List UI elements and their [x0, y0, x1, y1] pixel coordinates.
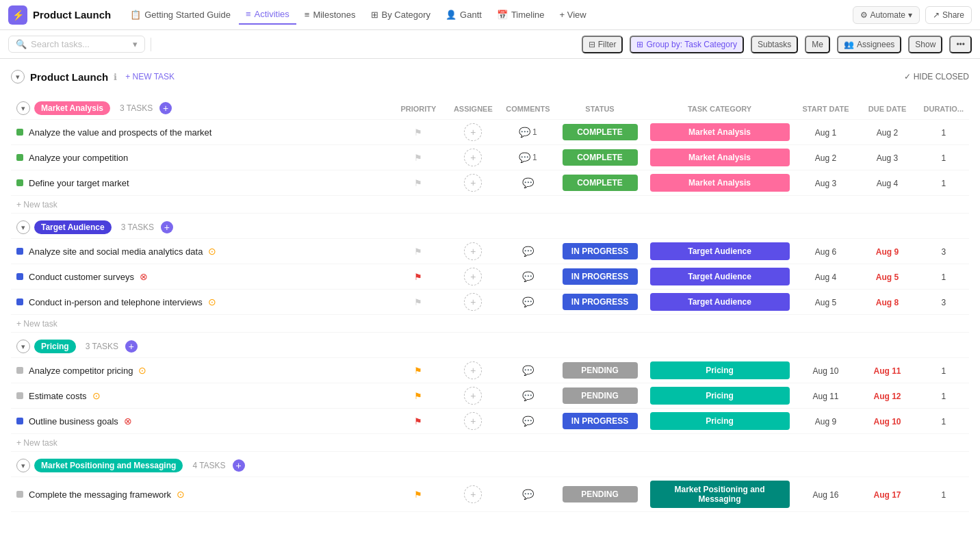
- priority-flag[interactable]: ⚑: [414, 489, 422, 500]
- assignee-avatar[interactable]: +: [464, 361, 482, 379]
- search-box[interactable]: 🔍 Search tasks... ▾: [8, 36, 145, 53]
- warn-badge: ⊙: [208, 296, 216, 307]
- share-button[interactable]: ↗ Share: [925, 6, 972, 24]
- assignee-avatar[interactable]: +: [464, 174, 482, 192]
- group-add-target-audience[interactable]: +: [161, 221, 173, 233]
- tab-activities[interactable]: ≡ Activities: [239, 5, 296, 25]
- assignee-avatar[interactable]: +: [464, 412, 482, 430]
- project-info-icon[interactable]: ℹ: [114, 72, 117, 82]
- category-badge[interactable]: Market Analysis: [650, 174, 790, 192]
- automate-button[interactable]: ⚙ Automate ▾: [853, 6, 920, 24]
- priority-flag[interactable]: ⚑: [414, 391, 422, 401]
- category-badge[interactable]: Market Analysis: [650, 123, 790, 141]
- new-task-button[interactable]: + NEW TASK: [125, 72, 175, 81]
- group-label-market-positioning[interactable]: Market Positioning and Messaging: [34, 459, 183, 472]
- comment-icon[interactable]: 💬: [519, 152, 530, 163]
- status-badge[interactable]: IN PROGRESS: [563, 294, 638, 310]
- group-add-market-analysis[interactable]: +: [159, 102, 172, 114]
- due-date: Aug 9: [876, 247, 899, 257]
- tab-milestones[interactable]: ≡ Milestones: [298, 5, 363, 24]
- duration: 3: [941, 298, 946, 307]
- comment-icon[interactable]: 💬: [522, 390, 534, 401]
- category-badge[interactable]: Pricing: [650, 387, 790, 405]
- group-by-button[interactable]: ⊞ Group by: Task Category: [630, 36, 744, 53]
- comment-icon[interactable]: 💬: [522, 365, 534, 376]
- priority-flag[interactable]: ⚑: [414, 246, 422, 257]
- status-badge[interactable]: PENDING: [563, 387, 638, 404]
- hide-closed-button[interactable]: ✓ HIDE CLOSED: [904, 72, 969, 81]
- tab-add-view[interactable]: + View: [553, 5, 593, 24]
- status-badge[interactable]: IN PROGRESS: [563, 243, 638, 259]
- assignee-avatar[interactable]: +: [464, 485, 482, 503]
- assignees-button[interactable]: 👥 Assignees: [837, 36, 901, 53]
- by-category-icon: ⊞: [371, 10, 378, 20]
- priority-flag[interactable]: ⚑: [414, 153, 422, 163]
- new-task-link-market-analysis[interactable]: + New task: [16, 200, 57, 209]
- category-badge[interactable]: Pricing: [650, 412, 790, 430]
- priority-flag[interactable]: ⚑: [414, 127, 422, 138]
- group-label-target-audience[interactable]: Target Audience: [34, 220, 112, 234]
- assignee-avatar[interactable]: +: [464, 149, 482, 166]
- group-add-market-positioning[interactable]: +: [233, 459, 245, 472]
- due-date: Aug 11: [874, 366, 901, 376]
- priority-flag[interactable]: ⚑: [414, 416, 422, 427]
- comment-icon[interactable]: 💬: [519, 127, 530, 138]
- group-collapse-market-positioning[interactable]: ▾: [16, 459, 30, 472]
- duration: 1: [941, 490, 946, 500]
- tab-timeline[interactable]: 📅 Timeline: [490, 5, 552, 24]
- more-options-button[interactable]: •••: [949, 36, 972, 53]
- tab-gantt[interactable]: 👤 Gantt: [439, 5, 489, 24]
- group-add-pricing[interactable]: +: [125, 340, 138, 353]
- priority-flag[interactable]: ⚑: [414, 178, 422, 188]
- duration: 1: [941, 179, 946, 188]
- status-badge[interactable]: IN PROGRESS: [563, 268, 638, 285]
- start-date: Aug 16: [813, 490, 839, 500]
- status-badge[interactable]: IN PROGRESS: [563, 413, 638, 429]
- category-badge[interactable]: Target Audience: [650, 242, 790, 260]
- comment-icon[interactable]: 💬: [522, 416, 534, 427]
- task-name: Outline business goals ⊗: [16, 416, 385, 427]
- assignee-avatar[interactable]: +: [464, 268, 482, 285]
- comment-icon[interactable]: 💬: [522, 489, 534, 500]
- me-button[interactable]: Me: [805, 36, 830, 53]
- group-label-pricing[interactable]: Pricing: [34, 340, 76, 353]
- filter-button[interactable]: ⊟ Filter: [582, 36, 623, 53]
- start-date: Aug 3: [815, 179, 836, 188]
- tab-by-category[interactable]: ⊞ By Category: [364, 5, 438, 24]
- status-badge[interactable]: PENDING: [563, 362, 638, 379]
- project-collapse-button[interactable]: ▾: [11, 70, 25, 84]
- project-name: Product Launch: [30, 71, 108, 83]
- status-badge[interactable]: COMPLETE: [563, 149, 638, 166]
- group-collapse-market-analysis[interactable]: ▾: [16, 101, 30, 115]
- status-badge[interactable]: COMPLETE: [563, 124, 638, 140]
- priority-flag[interactable]: ⚑: [414, 366, 422, 376]
- search-icon: 🔍: [16, 39, 27, 49]
- group-pricing: ▾ Pricing 3 TASKS +: [11, 333, 969, 452]
- category-badge[interactable]: Pricing: [650, 361, 790, 379]
- new-task-link-target-audience[interactable]: + New task: [16, 319, 57, 329]
- category-badge[interactable]: Market Analysis: [650, 149, 790, 166]
- task-name: Analyze competitor pricing ⊙: [16, 365, 385, 376]
- priority-flag[interactable]: ⚑: [414, 272, 422, 282]
- assignee-avatar[interactable]: +: [464, 387, 482, 405]
- category-badge[interactable]: Market Positioning and Messaging: [650, 481, 790, 508]
- new-task-link-pricing[interactable]: + New task: [16, 438, 57, 448]
- comment-icon[interactable]: 💬: [522, 246, 534, 257]
- assignee-avatar[interactable]: +: [464, 123, 482, 141]
- assignee-avatar[interactable]: +: [464, 293, 482, 311]
- category-badge[interactable]: Target Audience: [650, 268, 790, 285]
- tab-getting-started[interactable]: 📋 Getting Started Guide: [123, 5, 237, 24]
- group-collapse-target-audience[interactable]: ▾: [16, 220, 30, 234]
- status-badge[interactable]: COMPLETE: [563, 175, 638, 191]
- subtasks-button[interactable]: Subtasks: [751, 36, 798, 53]
- show-button[interactable]: Show: [908, 36, 942, 53]
- group-label-market-analysis[interactable]: Market Analysis: [34, 101, 110, 115]
- comment-icon[interactable]: 💬: [522, 271, 534, 282]
- group-collapse-pricing[interactable]: ▾: [16, 340, 30, 353]
- category-badge[interactable]: Target Audience: [650, 293, 790, 311]
- comment-icon[interactable]: 💬: [522, 177, 534, 188]
- assignee-avatar[interactable]: +: [464, 242, 482, 260]
- status-badge[interactable]: PENDING: [563, 486, 638, 502]
- comment-icon[interactable]: 💬: [522, 296, 534, 307]
- priority-flag[interactable]: ⚑: [414, 297, 422, 307]
